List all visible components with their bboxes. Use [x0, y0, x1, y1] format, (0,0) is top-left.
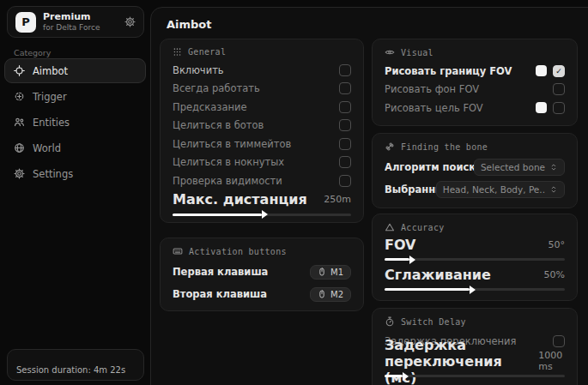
sidebar-item-label: Trigger	[33, 91, 67, 103]
toggle-label: Целиться в ботов	[173, 119, 339, 131]
sidebar-item-world[interactable]: World	[4, 135, 146, 160]
mouse-icon	[318, 268, 326, 276]
toggle-label: Целиться в тиммейтов	[173, 138, 339, 150]
visual-header: Visual	[385, 47, 565, 57]
switch-delay-header: Switch Delay	[385, 316, 565, 327]
max-distance-slider-block: Макс. дистанция 250m	[173, 192, 351, 216]
unfold-icon	[549, 163, 558, 171]
eye-icon	[385, 47, 395, 57]
slider-label: Макс. дистанция	[173, 191, 307, 208]
sidebar-item-trigger[interactable]: Trigger	[4, 84, 146, 109]
product-subtitle: for Delta Force	[43, 23, 100, 32]
checkbox[interactable]	[553, 83, 565, 95]
product-name: Premium	[43, 12, 100, 23]
bone-icon	[385, 141, 395, 152]
sidebar-item-aimbot[interactable]: Aimbot	[4, 58, 146, 83]
slider-label: Сглаживание	[385, 267, 491, 283]
globe-icon	[14, 142, 25, 153]
slider-value: 50°	[549, 239, 566, 250]
smoothing-slider[interactable]	[385, 288, 565, 291]
sidebar-item-label: World	[33, 142, 61, 154]
bone-header: Finding the bone	[385, 141, 565, 152]
bone-card: Finding the bone Алгоритм поиска костей …	[372, 133, 578, 208]
visual-label: Рисовать цель FOV	[385, 102, 536, 114]
checkbox[interactable]	[339, 156, 351, 168]
stopwatch-icon	[385, 316, 395, 327]
accuracy-header: Accuracy	[385, 222, 565, 232]
bone-label: Алгоритм поиска костей	[385, 161, 474, 173]
checkbox[interactable]	[553, 102, 565, 114]
gear-icon[interactable]	[124, 16, 136, 27]
brand-text: Premium for Delta Force	[43, 12, 100, 32]
general-header: General	[173, 47, 351, 57]
category-label: Category	[14, 48, 51, 57]
accuracy-card: Accuracy FOV 50° Сглаживание 50%	[372, 214, 578, 301]
activation-header: Activation buttons	[173, 246, 351, 256]
switch-delay-card: Switch Delay Задержка переключения Задер…	[372, 308, 578, 385]
selected-bones-select[interactable]: Head, Neck, Body, Pe..	[436, 181, 565, 198]
crosshair-icon	[14, 65, 25, 76]
unfold-icon	[549, 185, 558, 194]
sidebar-item-entities[interactable]: Entities	[4, 110, 146, 135]
sidebar-item-label: Aimbot	[33, 65, 68, 77]
checkbox[interactable]	[339, 64, 351, 76]
switch-delay-slider[interactable]	[385, 375, 565, 377]
checkbox[interactable]	[339, 82, 351, 94]
toggle-label: Целиться в нокнутых	[173, 156, 339, 168]
sidebar: P Premium for Delta Force Category Aimbo…	[0, 0, 150, 385]
toggle-label: Включить	[173, 64, 339, 76]
keybind-button-m1[interactable]: M1	[310, 265, 351, 280]
color-swatch[interactable]	[536, 65, 547, 76]
general-card: General Включить Всегда работать Предска…	[160, 39, 364, 223]
keybind-label: Первая клавиша	[173, 266, 310, 278]
checkbox[interactable]	[553, 335, 565, 347]
switch-delay-slider-block: Задержка переключения (мс) 1000 ms	[385, 353, 565, 377]
max-distance-slider[interactable]	[173, 214, 351, 216]
slider-value: 1000 ms	[538, 350, 565, 372]
checkbox[interactable]	[339, 101, 351, 113]
toggle-label: Предсказание	[173, 101, 339, 113]
sidebar-item-settings[interactable]: Settings	[4, 161, 146, 186]
visual-label: Рисовать границу FOV	[385, 65, 536, 77]
fov-slider-block: FOV 50°	[385, 237, 565, 261]
triangle-icon	[385, 222, 395, 232]
checkbox[interactable]	[339, 119, 351, 131]
visual-label: Рисовать фон FOV	[385, 83, 553, 95]
trigger-icon	[14, 91, 25, 102]
toggle-label: Всегда работать	[173, 82, 339, 94]
smoothing-slider-block: Сглаживание 50%	[385, 267, 565, 291]
checkbox[interactable]	[339, 138, 351, 150]
checkbox[interactable]	[553, 65, 565, 77]
sidebar-item-label: Settings	[33, 168, 73, 180]
toggle-label: Проверка видимости	[173, 175, 339, 187]
slider-value: 250m	[324, 194, 351, 205]
sidebar-nav: Aimbot Trigger Entities World	[4, 58, 146, 186]
main-panel: Aimbot General Включить Всегда работать …	[150, 7, 588, 385]
visual-card: Visual Рисовать границу FOV Рисовать фон…	[372, 39, 578, 126]
mouse-icon	[318, 290, 326, 298]
activation-card: Activation buttons Первая клавиша M1 Вто…	[160, 238, 364, 311]
page-title: Aimbot	[167, 18, 212, 31]
session-duration: Session duration: 4m 22s	[7, 349, 144, 381]
brand-card: P Premium for Delta Force	[7, 6, 144, 38]
bone-algorithm-select[interactable]: Selected bone	[474, 159, 565, 176]
keybind-button-m2[interactable]: M2	[310, 287, 351, 302]
color-swatch[interactable]	[536, 102, 547, 113]
slider-value: 50%	[544, 269, 565, 280]
fov-slider[interactable]	[385, 258, 565, 261]
slider-label: FOV	[385, 237, 415, 253]
app-logo: P	[15, 12, 36, 33]
grid-icon	[173, 47, 182, 57]
bone-label: Выбранные кости	[385, 183, 436, 196]
entities-icon	[14, 117, 25, 128]
sidebar-item-label: Entities	[33, 117, 70, 129]
gear-icon	[14, 168, 25, 179]
keyboard-icon	[173, 246, 183, 256]
keybind-label: Вторая клавиша	[173, 288, 310, 300]
checkbox[interactable]	[339, 175, 351, 187]
